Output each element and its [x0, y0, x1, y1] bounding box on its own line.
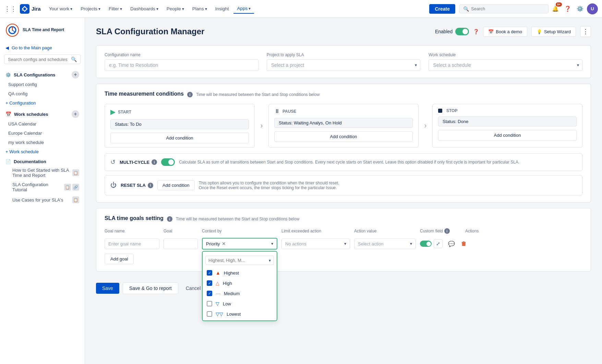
start-condition-value: Status: To Do [110, 119, 249, 129]
more-options-button[interactable]: ⋮ [580, 26, 591, 37]
goal-row-1: 6h 20m Priority ✕ ▾ ▾ [105, 238, 582, 250]
sidebar-search-icon: 🔍 [71, 57, 77, 62]
custom-field-info-icon[interactable]: i [444, 228, 450, 234]
nav-plans[interactable]: Plans▾ [189, 4, 210, 13]
enabled-label: Enabled [435, 29, 453, 34]
nav-dashboards[interactable]: Dashboards▾ [127, 4, 162, 13]
sidebar-item-my-work-schedule[interactable]: my work schedule [0, 138, 85, 147]
avatar[interactable]: U [587, 3, 598, 14]
dropdown-item-high[interactable]: ✓ △ High [203, 278, 277, 288]
goal-time-input[interactable]: 6h 20m [164, 239, 198, 249]
sidebar-search-box[interactable]: 🔍 [4, 54, 81, 64]
doc-icon-2a[interactable]: 📋 [64, 184, 71, 191]
dropdown-item-lowest[interactable]: ▽▽ Lowest [203, 309, 277, 319]
comment-icon[interactable]: 💬 [447, 239, 456, 248]
add-work-schedule-link[interactable]: + Work schedule [0, 147, 85, 156]
doc-item-use-cases[interactable]: Use Cases for your SLA's 📋 [0, 194, 85, 205]
action-value-select[interactable]: Select action ▾ [354, 239, 416, 249]
sidebar-item-europe-calendar[interactable]: Europe Calendar [0, 129, 85, 138]
nav-projects[interactable]: Projects▾ [77, 4, 104, 13]
pause-header: ⏸ PAUSE [274, 108, 413, 114]
dropdown-item-low[interactable]: ▽ Low [203, 299, 277, 309]
dropdown-item-highest[interactable]: ✓ ▲ Highest [203, 268, 277, 278]
create-button[interactable]: Create [429, 4, 455, 14]
work-schedules-section-header: 📅 Work schedules + [0, 108, 85, 119]
limit-chevron-icon: ▾ [344, 241, 346, 246]
search-input[interactable] [471, 6, 545, 11]
sidebar-item-usa-calendar[interactable]: USA Calendar [0, 119, 85, 129]
expand-icon[interactable]: ⤢ [434, 239, 443, 248]
sidebar-item-qa-config[interactable]: QA config [0, 89, 85, 98]
nav-your-work[interactable]: Your work▾ [46, 4, 76, 13]
col-header-action-value: Action value [354, 229, 416, 233]
priority-highest-icon: ▲ [216, 270, 220, 276]
config-name-input[interactable] [105, 59, 258, 71]
start-add-condition-button[interactable]: Add condition [110, 133, 249, 143]
grid-icon[interactable]: ⋮⋮ [4, 5, 16, 13]
schedule-select[interactable]: Select a schedule [429, 59, 582, 71]
book-demo-icon: 📅 [488, 29, 494, 34]
delete-icon[interactable]: 🗑 [459, 239, 469, 248]
checkbox-high[interactable]: ✓ [207, 280, 212, 286]
add-work-schedule-button[interactable]: + [72, 110, 79, 118]
sidebar: SLA Time and Report ◀ Go to the Main pag… [0, 18, 85, 364]
reset-sla-add-condition-button[interactable]: Add condition [157, 180, 195, 190]
config-name-field: Configuration name [105, 52, 258, 71]
reset-sla-info-icon[interactable]: i [148, 183, 153, 188]
add-configuration-button[interactable]: + Configuration [0, 98, 85, 108]
col-header-context: Context by [202, 229, 277, 233]
search-box[interactable]: 🔍 [459, 4, 549, 13]
work-schedule-field: Work schedule Select a schedule ▾ [429, 52, 582, 71]
time-measurement-info-icon[interactable]: i [187, 92, 193, 97]
jira-logo-text: Jira [32, 6, 41, 12]
multi-cycle-info-icon[interactable]: i [152, 159, 157, 165]
context-tag: Priority ✕ [206, 241, 226, 246]
limit-exceeded-select[interactable]: No actions ▾ [281, 239, 350, 249]
custom-field-toggle-switch[interactable] [420, 241, 432, 247]
nav-insight[interactable]: Insight [212, 4, 232, 13]
dropdown-search-input[interactable] [208, 258, 267, 263]
doc-icon-2b[interactable]: 🔗 [72, 184, 79, 191]
add-sla-config-button[interactable]: + [72, 71, 79, 78]
setup-wizard-button[interactable]: 💡 Setup Wizard [531, 27, 576, 37]
doc-icon-1[interactable]: 📋 [72, 169, 79, 176]
nav-apps[interactable]: Apps▾ [233, 4, 254, 14]
book-demo-button[interactable]: 📅 Book a demo [483, 27, 527, 37]
sla-goals-info-icon[interactable]: i [167, 216, 172, 222]
jira-logo[interactable]: J Jira [20, 4, 41, 14]
context-select-button[interactable]: Priority ✕ ▾ [202, 238, 277, 250]
notifications-button[interactable]: 🔔 9+ [550, 3, 561, 14]
checkbox-low[interactable] [207, 301, 212, 306]
arrow-1: › [255, 104, 268, 148]
doc-icon-3[interactable]: 📋 [72, 196, 79, 203]
dropdown-item-medium[interactable]: ✓ — Medium [203, 288, 277, 299]
stop-add-condition-button[interactable]: Add condition [438, 130, 577, 141]
back-to-main-button[interactable]: ◀ Go to the Main page [0, 43, 85, 53]
save-button[interactable]: Save [96, 283, 119, 294]
nav-filter[interactable]: Filter▾ [105, 4, 125, 13]
context-clear-icon[interactable]: ✕ [222, 241, 226, 246]
add-goal-button[interactable]: Add goal [105, 254, 134, 264]
goal-name-input[interactable] [105, 239, 159, 249]
checkbox-highest[interactable]: ✓ [207, 270, 212, 276]
doc-item-get-started[interactable]: How to Get Started with SLA Time and Rep… [0, 166, 85, 180]
settings-button[interactable]: ⚙️ [575, 3, 586, 14]
cancel-button[interactable]: Cancel [182, 283, 205, 294]
pause-add-condition-button[interactable]: Add condition [274, 131, 413, 142]
nav-people[interactable]: People▾ [163, 4, 188, 13]
col-header-actions: Actions [465, 229, 486, 233]
doc-icon: 📄 [5, 159, 11, 164]
project-select[interactable]: Select a project [267, 59, 421, 71]
checkbox-lowest[interactable] [207, 311, 212, 317]
save-go-to-report-button[interactable]: Save & Go to report [123, 282, 178, 294]
sidebar-item-support-config[interactable]: Support config [0, 80, 85, 89]
start-header: ▶ START [110, 108, 249, 116]
enabled-toggle-switch[interactable] [455, 28, 469, 35]
multi-cycle-toggle[interactable] [161, 158, 175, 166]
svg-rect-0 [20, 4, 29, 14]
checkbox-medium[interactable]: ✓ [207, 291, 212, 296]
sidebar-search-input[interactable] [8, 57, 69, 62]
stop-condition-block: STOP Status: Done Add condition [432, 104, 582, 148]
help-button[interactable]: ❓ [562, 3, 573, 14]
doc-item-tutorial[interactable]: SLA Configuration Tutorial 📋 🔗 [0, 180, 85, 194]
